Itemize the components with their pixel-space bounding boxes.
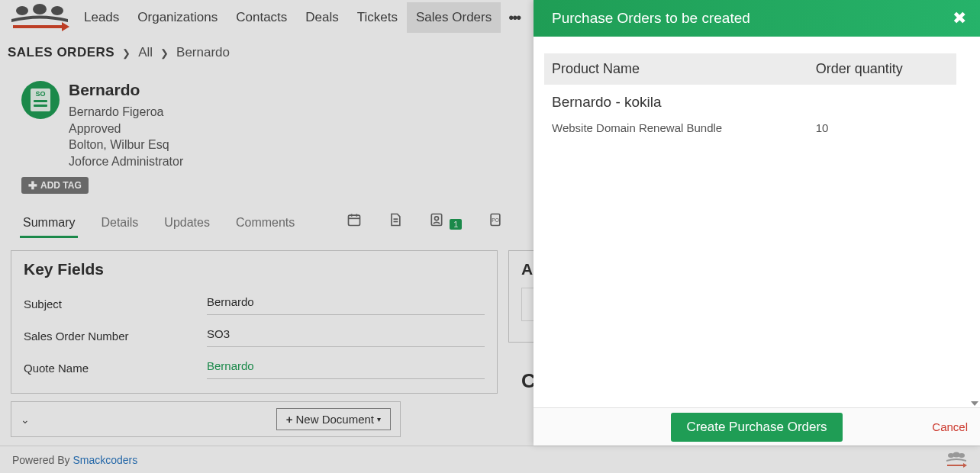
purchase-orders-panel: Purchase Orders to be created ✖ Product …: [534, 0, 980, 446]
panel-title: Purchase Orders to be created: [552, 10, 750, 27]
table-row: Website Domain Renewal Bundle 10: [544, 115, 956, 140]
group-title: Bernardo - kokila: [544, 85, 956, 115]
po-table: Product Name Order quantity Bernardo - k…: [544, 53, 956, 140]
scroll-down-icon[interactable]: [971, 401, 978, 406]
panel-footer: Create Purchase Orders Cancel: [534, 407, 980, 446]
table-group-row: Bernardo - kokila: [544, 85, 956, 115]
panel-header: Purchase Orders to be created ✖: [534, 0, 980, 37]
cancel-link[interactable]: Cancel: [932, 420, 968, 433]
close-icon[interactable]: ✖: [953, 10, 966, 27]
panel-body: Product Name Order quantity Bernardo - k…: [534, 37, 980, 407]
cell-qty: 10: [808, 115, 957, 140]
col-product-name: Product Name: [544, 53, 808, 85]
col-order-qty: Order quantity: [808, 53, 957, 85]
cell-product: Website Domain Renewal Bundle: [544, 115, 808, 140]
create-purchase-orders-button[interactable]: Create Purchase Orders: [671, 413, 842, 442]
